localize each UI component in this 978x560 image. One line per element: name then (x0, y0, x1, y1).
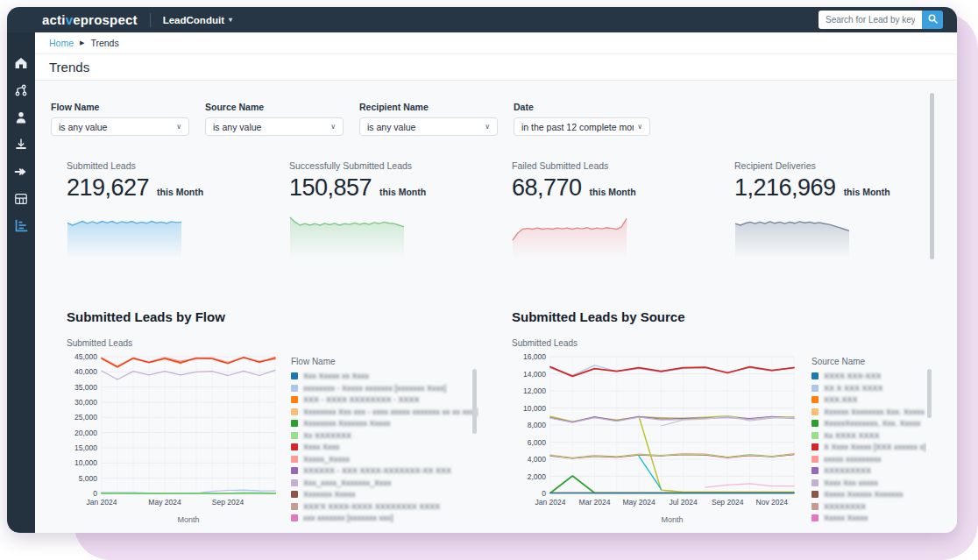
breadcrumb: Home ▶ Trends (35, 32, 957, 54)
source-chart-title: Submitted Leads by Source (512, 309, 926, 324)
filter-row: Flow Nameis any value∨Source Nameis any … (35, 81, 957, 136)
kpi-value: 1,216,969 (734, 174, 836, 202)
kpi-period: this Month (844, 187, 890, 197)
legend-item[interactable]: XX X XXX XXXX (811, 384, 926, 393)
source-name-filter-block: Source Nameis any value∨ (205, 102, 351, 136)
date-filter[interactable]: in the past 12 complete months∨ (514, 117, 650, 136)
svg-text:5,000: 5,000 (79, 474, 98, 483)
reports-chart-icon-active[interactable] (14, 218, 29, 233)
import-icon[interactable] (14, 137, 29, 152)
source-name-filter-label: Source Name (205, 102, 351, 112)
home-icon[interactable] (14, 55, 29, 70)
svg-text:35,000: 35,000 (74, 383, 97, 392)
legend-swatch (811, 432, 819, 439)
legend-item[interactable]: Xxxxx_Xxxxx (291, 455, 478, 464)
flow-chart-card: Submitted Leads by Flow Submitted Leads … (67, 309, 512, 527)
svg-text:4,000: 4,000 (528, 455, 547, 464)
legend-label-redacted: XxxxxXxxxxxxx, Xxx. Xxxxx (824, 419, 921, 428)
legend-item[interactable]: XXX - XXXX XXXXXXXX - XXXX (291, 395, 478, 404)
legend-swatch (291, 456, 298, 463)
svg-text:0: 0 (93, 489, 97, 498)
legend-swatch (291, 385, 298, 392)
flows-icon[interactable] (14, 82, 29, 97)
svg-text:25,000: 25,000 (74, 413, 97, 422)
legend-label-redacted: Xx XXXX XXXX (824, 431, 880, 440)
legend-swatch (811, 408, 819, 415)
legend-item[interactable]: Xxx Xxxxx xx Xxxx (291, 372, 478, 380)
flow-name-filter-block: Flow Nameis any value∨ (51, 102, 197, 136)
source-legend: Source Name XXXX XXX-XXXXX X XXX XXXXXXX… (811, 357, 926, 527)
contacts-icon[interactable] (14, 110, 29, 124)
outbound-arrow-icon[interactable] (14, 164, 29, 179)
tables-icon[interactable] (14, 191, 29, 206)
recipient-name-filter[interactable]: is any value∨ (359, 117, 498, 136)
legend-item[interactable]: xxxxx xxxxxxxxx (811, 455, 926, 464)
svg-text:Nov 2024: Nov 2024 (756, 498, 789, 507)
legend-item[interactable]: Xxx_xxxx_Xxxxxxx_Xxxx (291, 478, 478, 487)
flow-chart-title: Submitted Leads by Flow (67, 309, 512, 324)
search-icon (928, 13, 938, 26)
legend-swatch (811, 503, 819, 510)
legend-label-redacted: X Xxxx Xxxxx [XXX xxxxxx x] (824, 443, 926, 451)
product-switcher[interactable]: LeadConduit ▾ (163, 15, 232, 25)
legend-item[interactable]: XXXXXX - XXX XXXX-XXXXXXX-XX XXX (291, 466, 478, 475)
legend-item[interactable]: Xxxx Xxxx (291, 443, 478, 451)
legend-item[interactable]: Xxxx Xxx xxxxx (811, 478, 926, 487)
legend-item[interactable]: Xx XXXXXXX (291, 431, 478, 440)
date-filter-block: Datein the past 12 complete months∨ (514, 102, 660, 136)
flow-legend-scrollbar[interactable] (472, 369, 477, 434)
legend-swatch (811, 479, 819, 486)
legend-swatch (291, 408, 298, 415)
legend-label-redacted: Xxx_xxxx_Xxxxxxx_Xxxx (303, 478, 392, 487)
svg-text:May 2024: May 2024 (148, 498, 181, 507)
search-input[interactable] (819, 11, 922, 29)
legend-item[interactable]: Xxxxxxx Xxxxx (291, 490, 478, 499)
content-scrollbar[interactable] (930, 93, 934, 259)
legend-item[interactable]: XXX.XXX (811, 395, 926, 404)
flow-name-filter[interactable]: is any value∨ (51, 117, 189, 136)
legend-item[interactable]: XXX'X XXXX-XXXX XXXXXXXX XXXX (291, 502, 478, 511)
flow-legend-title: Flow Name (291, 357, 478, 366)
source-legend-scrollbar[interactable] (927, 369, 932, 418)
source-name-filter[interactable]: is any value∨ (205, 117, 344, 136)
legend-item[interactable]: XXXX XXX-XXX (811, 372, 926, 380)
legend-item[interactable]: Xxxxxx Xxxxxxxx Xxx. Xxxxx (811, 408, 926, 416)
legend-item[interactable]: xxx xxxxxxx [xxxxxxx xxx] (291, 514, 478, 522)
date-filter-value: in the past 12 complete months (521, 122, 634, 132)
legend-item[interactable]: xxxxx_xxx_xxxx_Xxxxx (291, 526, 478, 527)
legend-label-redacted: Xxxxxxxxx (824, 526, 861, 527)
legend-item[interactable]: Xxxxxxxxx (811, 526, 926, 527)
legend-item[interactable]: Xxxxx Xxxxxx Xxxxxxx (811, 490, 926, 499)
breadcrumb-home-link[interactable]: Home (49, 38, 74, 48)
svg-text:14,000: 14,000 (523, 370, 546, 379)
legend-item[interactable]: X Xxxx Xxxxx [XXX xxxxxx x] (811, 443, 926, 451)
left-sidebar (7, 32, 35, 533)
legend-label-redacted: XXXXXXXX (824, 502, 866, 511)
legend-item[interactable]: Xxxxxxxx Xxx xxx - xxxx xxxxx xxxxxxx xx… (291, 408, 478, 416)
kpi-card-1: Successfully Submitted Leads150,857this … (289, 160, 512, 266)
legend-item[interactable]: Xxxxx Xxxxx (811, 514, 926, 522)
kpi-value: 219,627 (67, 174, 149, 202)
legend-item[interactable]: XxxxxXxxxxxxx, Xxx. Xxxxx (811, 419, 926, 428)
legend-label-redacted: Xxxxxxxx Xxxxxxx Xxxxx (303, 419, 391, 428)
legend-item[interactable]: XXXXXXXXX (811, 466, 926, 475)
kpi-period: this Month (590, 187, 636, 197)
flow-name-filter-label: Flow Name (51, 102, 197, 112)
legend-swatch (291, 467, 298, 474)
legend-label-redacted: XXXXXX - XXX XXXX-XXXXXXX-XX XXX (303, 466, 451, 475)
legend-item[interactable]: Xx XXXX XXXX (811, 431, 926, 440)
legend-item[interactable]: Xxxxxxxx Xxxxxxx Xxxxx (291, 419, 478, 428)
svg-text:0: 0 (542, 489, 546, 498)
legend-item[interactable]: XXXXXXXX (811, 502, 926, 511)
chevron-down-icon: ∨ (330, 123, 336, 131)
dashboard-content: Flow Nameis any value∨Source Nameis any … (35, 81, 957, 533)
legend-item[interactable]: xxxxxxxx - Xxxxx xxxxxxx [xxxxxxx Xxxx] (291, 384, 478, 393)
legend-swatch (291, 372, 298, 379)
kpi-period: this Month (379, 187, 426, 197)
legend-label-redacted: XXX'X XXXX-XXXX XXXXXXXX XXXX (303, 502, 440, 511)
kpi-label: Recipient Deliveries (734, 160, 957, 171)
legend-swatch (291, 503, 298, 510)
product-name: LeadConduit (163, 15, 224, 25)
search-button[interactable] (922, 11, 943, 29)
activeprospect-logo[interactable]: activeprospect (42, 13, 138, 26)
